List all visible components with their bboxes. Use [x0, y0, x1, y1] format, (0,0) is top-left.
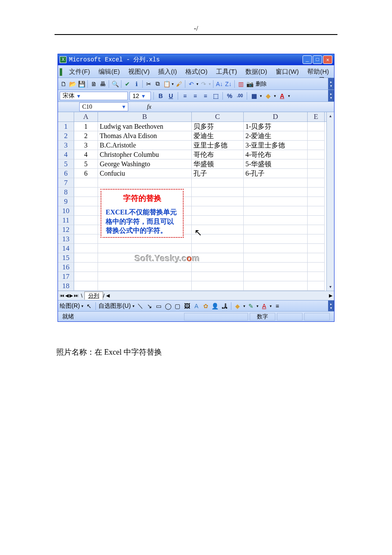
- row-header[interactable]: 13: [58, 234, 74, 244]
- cell[interactable]: 3-亚里士多德: [244, 141, 308, 150]
- cell[interactable]: [192, 178, 244, 188]
- row-header[interactable]: 16: [58, 263, 74, 272]
- cell[interactable]: 孔子: [192, 169, 244, 178]
- menu-insert[interactable]: 插入(I): [155, 67, 180, 77]
- cell[interactable]: [244, 263, 308, 272]
- percent-button[interactable]: %: [225, 92, 234, 100]
- cell[interactable]: B.C.Aristotle: [98, 141, 192, 150]
- cell[interactable]: [308, 197, 325, 206]
- underline-button[interactable]: U: [167, 92, 175, 100]
- align-left-button[interactable]: ≡: [181, 92, 189, 100]
- autoshapes-menu[interactable]: 自选图形(U): [98, 302, 130, 310]
- cell[interactable]: [308, 225, 325, 234]
- undo-icon[interactable]: ↶: [187, 80, 195, 88]
- cell[interactable]: 1: [74, 122, 98, 131]
- cell[interactable]: [98, 178, 192, 188]
- cell[interactable]: [74, 206, 98, 216]
- cell[interactable]: 爱迪生: [192, 131, 244, 141]
- row-header[interactable]: 1: [58, 122, 74, 131]
- maximize-button[interactable]: □: [313, 55, 322, 64]
- sheet-tab[interactable]: 分列: [84, 292, 103, 300]
- picture-icon[interactable]: 🏞: [221, 302, 228, 310]
- cell[interactable]: [244, 234, 308, 244]
- tab-prev-icon[interactable]: ◀: [65, 293, 69, 298]
- line-style-icon[interactable]: ≡: [274, 302, 281, 310]
- row-header[interactable]: 18: [58, 281, 74, 291]
- arrow-icon[interactable]: ↘: [146, 302, 153, 310]
- row-header[interactable]: 10: [58, 206, 74, 216]
- cell[interactable]: 4: [74, 150, 98, 159]
- row-header[interactable]: 8: [58, 188, 74, 197]
- fx-button[interactable]: fx: [147, 104, 151, 110]
- fill-color-button[interactable]: ◆: [264, 92, 272, 100]
- font-name-combo[interactable]: 宋体 ▾: [60, 92, 128, 100]
- row-header[interactable]: 5: [58, 159, 74, 169]
- menu-format[interactable]: 格式(O): [182, 67, 211, 77]
- tab-first-icon[interactable]: ⏮: [60, 293, 64, 298]
- textbox-icon[interactable]: ▢: [174, 302, 182, 310]
- cell[interactable]: Confuciu: [98, 169, 192, 178]
- menu-file[interactable]: 文件(F): [66, 67, 93, 77]
- row-header[interactable]: 12: [58, 225, 74, 234]
- row-header[interactable]: 14: [58, 244, 74, 253]
- redo-icon[interactable]: ↷: [200, 80, 208, 88]
- col-header-C[interactable]: C: [192, 112, 244, 121]
- diagram-icon[interactable]: ✿: [202, 302, 210, 310]
- increase-decimal-button[interactable]: .00: [236, 92, 244, 100]
- row-header[interactable]: 4: [58, 150, 74, 159]
- cell[interactable]: 3: [74, 141, 98, 150]
- cell[interactable]: [244, 244, 308, 253]
- cell[interactable]: [308, 188, 325, 197]
- menu-tools[interactable]: 工具(T): [213, 67, 240, 77]
- insert-picture-icon[interactable]: 🖼: [183, 302, 191, 310]
- merge-center-button[interactable]: ⬚: [211, 92, 220, 100]
- cell[interactable]: [308, 281, 325, 291]
- new-icon[interactable]: 🗋: [60, 80, 67, 88]
- cell[interactable]: [98, 272, 192, 281]
- draw-menu[interactable]: 绘图(R): [60, 302, 80, 310]
- cell[interactable]: [244, 188, 308, 197]
- cell[interactable]: [308, 234, 325, 244]
- line-color-icon[interactable]: ✎: [247, 302, 255, 310]
- oval-icon[interactable]: ◯: [164, 302, 172, 310]
- sort-asc-icon[interactable]: A↓: [216, 80, 223, 88]
- cell[interactable]: [74, 281, 98, 291]
- copy-icon[interactable]: ⧉: [154, 80, 161, 88]
- permission-icon[interactable]: 🗎: [90, 80, 98, 88]
- cell[interactable]: 华盛顿: [192, 159, 244, 169]
- spelling-icon[interactable]: ✔: [124, 80, 131, 88]
- paste-icon[interactable]: 📋: [163, 80, 170, 88]
- cell[interactable]: 1-贝多芬: [244, 122, 308, 131]
- cell[interactable]: [244, 197, 308, 206]
- align-center-button[interactable]: ≡: [191, 92, 199, 100]
- cell[interactable]: 4-哥伦布: [244, 150, 308, 159]
- cell[interactable]: [74, 234, 98, 244]
- cell[interactable]: [74, 253, 98, 263]
- cell[interactable]: [244, 178, 308, 188]
- scroll-down-icon[interactable]: ▾: [329, 283, 331, 291]
- col-header-D[interactable]: D: [244, 112, 308, 121]
- rectangle-icon[interactable]: ▭: [155, 302, 163, 310]
- cell[interactable]: [244, 253, 308, 263]
- cell[interactable]: [192, 272, 244, 281]
- cell[interactable]: [192, 216, 244, 225]
- vertical-scrollbar[interactable]: ▴ ▾: [326, 112, 334, 291]
- cell[interactable]: [308, 206, 325, 216]
- cell[interactable]: 贝多芬: [192, 122, 244, 131]
- research-icon[interactable]: ℹ: [133, 80, 140, 88]
- chart-icon[interactable]: ▥: [237, 80, 245, 88]
- wordart-icon[interactable]: A: [193, 302, 200, 310]
- save-icon[interactable]: 💾: [78, 80, 85, 88]
- titlebar[interactable]: X Microsoft Excel - 分列.xls _ □ ✕: [58, 54, 334, 65]
- cell[interactable]: [192, 244, 244, 253]
- horizontal-scrollbar[interactable]: ◀ ▶: [104, 293, 334, 298]
- minimize-button[interactable]: _: [303, 55, 312, 64]
- row-header[interactable]: 9: [58, 197, 74, 206]
- cell[interactable]: 哥伦布: [192, 150, 244, 159]
- align-right-button[interactable]: ≡: [201, 92, 210, 100]
- cell[interactable]: [98, 244, 192, 253]
- scroll-up-icon[interactable]: ▴: [329, 112, 331, 120]
- cell[interactable]: [308, 169, 325, 178]
- print-icon[interactable]: 🖶: [99, 80, 107, 88]
- name-box[interactable]: C10 ▾: [79, 102, 128, 111]
